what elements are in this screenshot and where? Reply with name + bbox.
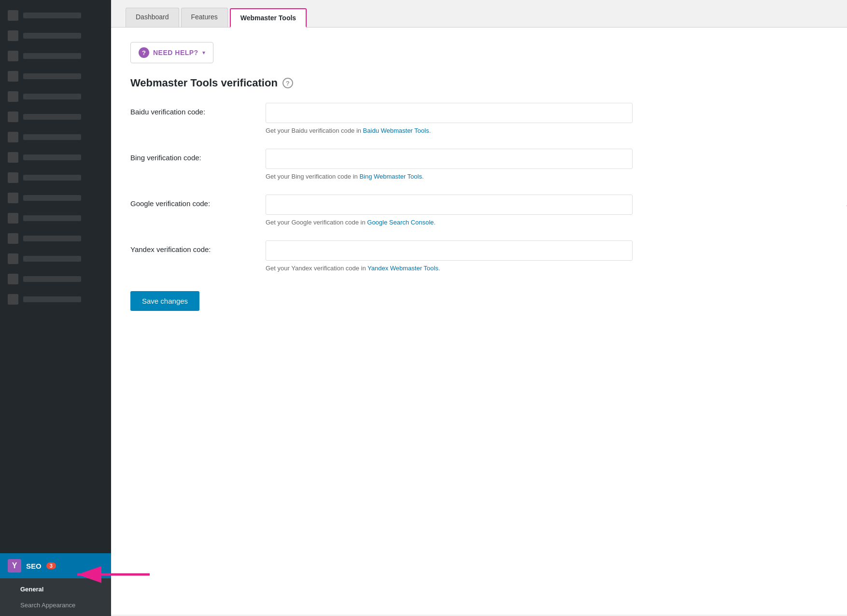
sidebar-blurred-item-11 <box>0 209 111 228</box>
blurred-text-10 <box>23 195 81 201</box>
baidu-field: Get your Baidu verification code in Baid… <box>266 103 828 134</box>
need-help-button[interactable]: ? NEED HELP? ▾ <box>130 42 213 63</box>
bing-help-text: Get your Bing verification code in Bing … <box>266 173 828 180</box>
sidebar-menu <box>0 0 111 553</box>
blurred-icon-15 <box>8 294 18 305</box>
sidebar-blurred-item-4 <box>0 67 111 86</box>
blurred-text-5 <box>23 94 81 99</box>
main-content: Dashboard Features Webmaster Tools ? NEE… <box>111 0 847 616</box>
google-form-row: Google verification code: Get your Googl… <box>130 195 828 226</box>
section-title-text: Webmaster Tools verification <box>130 77 278 89</box>
blurred-icon-8 <box>8 152 18 163</box>
section-title: Webmaster Tools verification ? <box>130 77 828 89</box>
blurred-text-11 <box>23 215 81 221</box>
baidu-label: Baidu verification code: <box>130 103 266 116</box>
baidu-link[interactable]: Baidu Webmaster Tools <box>363 127 429 134</box>
blurred-text-9 <box>23 175 81 181</box>
yandex-input[interactable] <box>266 240 633 261</box>
sidebar-blurred-item-2 <box>0 26 111 45</box>
blurred-icon-2 <box>8 30 18 41</box>
tab-dashboard-label: Dashboard <box>136 13 169 21</box>
blurred-text-3 <box>23 53 81 59</box>
sidebar-item-search-appearance[interactable]: Search Appearance <box>0 597 111 613</box>
blurred-text-13 <box>23 256 81 262</box>
google-search-console-link[interactable]: Google Search Console <box>367 219 434 226</box>
bing-link[interactable]: Bing Webmaster Tools <box>359 173 422 180</box>
blurred-icon-13 <box>8 253 18 264</box>
blurred-icon-9 <box>8 172 18 183</box>
google-input[interactable] <box>266 195 633 215</box>
help-icon-symbol: ? <box>142 49 146 56</box>
blurred-icon-11 <box>8 213 18 224</box>
google-help-text: Get your Google verification code in Goo… <box>266 219 828 226</box>
blurred-text-8 <box>23 154 81 160</box>
sidebar-blurred-item-5 <box>0 87 111 106</box>
help-question-icon: ? <box>139 47 149 58</box>
baidu-input[interactable] <box>266 103 633 123</box>
sidebar-blurred-item-8 <box>0 148 111 167</box>
blurred-text-14 <box>23 276 81 282</box>
blurred-text-4 <box>23 73 81 79</box>
section-help-icon[interactable]: ? <box>282 78 293 88</box>
blurred-icon-1 <box>8 10 18 21</box>
blurred-text-1 <box>23 13 81 18</box>
sidebar-item-general-label: General <box>20 586 43 593</box>
blurred-text-12 <box>23 236 81 241</box>
blurred-text-6 <box>23 114 81 120</box>
seo-menu-label: SEO <box>26 562 42 570</box>
sidebar-blurred-item-3 <box>0 46 111 66</box>
save-button-label: Save changes <box>142 297 188 305</box>
tab-webmaster-tools-label: Webmaster Tools <box>240 14 296 22</box>
sidebar: Y SEO 3 General Search Appearance <box>0 0 111 616</box>
google-field: Get your Google verification code in Goo… <box>266 195 828 226</box>
chevron-down-icon: ▾ <box>202 49 205 56</box>
yandex-field: Get your Yandex verification code in Yan… <box>266 240 828 272</box>
sidebar-blurred-item-12 <box>0 229 111 248</box>
seo-plugin-icon: Y <box>8 559 21 573</box>
bing-form-row: Bing verification code: Get your Bing ve… <box>130 149 828 180</box>
blurred-text-15 <box>23 296 81 302</box>
yandex-label: Yandex verification code: <box>130 240 266 253</box>
sidebar-item-search-appearance-label: Search Appearance <box>20 602 75 609</box>
yandex-help-text: Get your Yandex verification code in Yan… <box>266 265 828 272</box>
blurred-text-2 <box>23 33 81 39</box>
bing-field: Get your Bing verification code in Bing … <box>266 149 828 180</box>
blurred-icon-10 <box>8 193 18 203</box>
baidu-help-text: Get your Baidu verification code in Baid… <box>266 127 828 134</box>
yandex-link[interactable]: Yandex Webmaster Tools <box>367 265 438 272</box>
blurred-icon-5 <box>8 91 18 102</box>
tab-webmaster-tools[interactable]: Webmaster Tools <box>230 8 307 28</box>
google-label: Google verification code: <box>130 195 266 208</box>
tab-bar: Dashboard Features Webmaster Tools <box>111 0 847 28</box>
sidebar-item-general[interactable]: General <box>0 581 111 597</box>
blurred-icon-4 <box>8 71 18 82</box>
sidebar-blurred-item-13 <box>0 249 111 268</box>
sidebar-item-seo[interactable]: Y SEO 3 <box>0 553 111 578</box>
seo-sub-menu: General Search Appearance <box>0 578 111 616</box>
tab-features[interactable]: Features <box>181 8 228 27</box>
seo-badge: 3 <box>46 562 56 569</box>
sidebar-blurred-item-9 <box>0 168 111 187</box>
bing-label: Bing verification code: <box>130 149 266 162</box>
sidebar-blurred-item-15 <box>0 290 111 309</box>
tab-features-label: Features <box>191 13 218 21</box>
need-help-label: NEED HELP? <box>153 49 198 56</box>
blurred-text-7 <box>23 134 81 140</box>
save-changes-button[interactable]: Save changes <box>130 291 199 311</box>
content-area: ? NEED HELP? ▾ Webmaster Tools verificat… <box>111 28 847 615</box>
blurred-icon-6 <box>8 112 18 122</box>
blurred-icon-7 <box>8 132 18 142</box>
blurred-icon-14 <box>8 274 18 284</box>
sidebar-blurred-item-14 <box>0 269 111 289</box>
sidebar-blurred-item-6 <box>0 107 111 126</box>
blurred-icon-12 <box>8 233 18 244</box>
tab-dashboard[interactable]: Dashboard <box>126 8 179 27</box>
sidebar-blurred-item-7 <box>0 127 111 147</box>
blurred-icon-3 <box>8 51 18 61</box>
yandex-form-row: Yandex verification code: Get your Yande… <box>130 240 828 272</box>
sidebar-blurred-item-10 <box>0 188 111 208</box>
bing-input[interactable] <box>266 149 633 169</box>
sidebar-blurred-item-1 <box>0 6 111 25</box>
baidu-form-row: Baidu verification code: Get your Baidu … <box>130 103 828 134</box>
